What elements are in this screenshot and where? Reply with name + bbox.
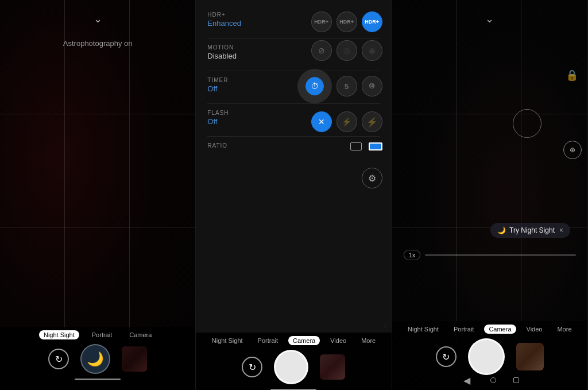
zoom-control: 1x bbox=[404, 250, 576, 260]
home-indicator bbox=[75, 379, 121, 380]
hdr-off-icon[interactable]: HDR+ bbox=[311, 11, 332, 32]
flash-on-icon[interactable]: ⚡ bbox=[362, 111, 382, 132]
mode2-portrait[interactable]: Portrait bbox=[253, 336, 283, 345]
tooltip-label: Try Night Sight bbox=[509, 226, 555, 234]
hdr-auto-icon[interactable]: HDR+ bbox=[336, 11, 357, 32]
hdr-icons-row: HDR+ HDR+ HDR+ bbox=[297, 11, 382, 32]
flip-icon-3: ↻ bbox=[442, 352, 450, 362]
icon-column: HDR+ HDR+ HDR+ ⊘ ◎ ◉ bbox=[297, 11, 382, 188]
timer-icons-row: ⏱ 5 ⑩ bbox=[297, 69, 382, 103]
shutter-row-2: ↻ bbox=[196, 347, 391, 387]
shutter-button-2[interactable] bbox=[274, 350, 308, 384]
tooltip-close-button[interactable]: × bbox=[559, 226, 563, 234]
flip-icon: ↻ bbox=[55, 354, 63, 365]
timer-off-icon[interactable]: ⏱ bbox=[305, 77, 324, 95]
moon-icon: 🌙 bbox=[87, 351, 104, 367]
motion-off-icon[interactable]: ⊘ bbox=[311, 40, 332, 61]
motion-auto-icon[interactable]: ◎ bbox=[336, 40, 357, 61]
lock-icon[interactable]: 🔒 bbox=[566, 69, 578, 82]
zoom-level-badge[interactable]: 1x bbox=[404, 250, 421, 260]
flash-auto-icon[interactable]: ⚡ bbox=[336, 111, 357, 132]
mode-row-3: Night Sight Portrait Camera Video More bbox=[392, 321, 587, 336]
panel-night-sight: ⌄ Astrophotography on Night Sight Portra… bbox=[0, 0, 196, 390]
mode2-night-sight[interactable]: Night Sight bbox=[207, 336, 247, 345]
mode2-video[interactable]: Video bbox=[326, 336, 351, 345]
flash-off-icon[interactable]: ✕ bbox=[311, 111, 332, 132]
home-button[interactable] bbox=[490, 377, 496, 383]
mode3-night-sight[interactable]: Night Sight bbox=[403, 325, 443, 334]
shutter-row-3: ↻ bbox=[392, 336, 587, 377]
nav-row: ◀ bbox=[392, 374, 587, 387]
mode-portrait[interactable]: Portrait bbox=[87, 330, 117, 339]
flip-camera-button-2[interactable]: ↻ bbox=[242, 357, 262, 377]
bottom-bar: Night Sight Portrait Camera ↻ 🌙 bbox=[0, 327, 195, 390]
ratio-wide-icon[interactable] bbox=[369, 142, 382, 153]
mode-night-sight[interactable]: Night Sight bbox=[39, 330, 79, 339]
thumbnail-image-2 bbox=[320, 354, 345, 380]
compass-icon[interactable]: ⊕ bbox=[563, 141, 582, 159]
mode-row: Night Sight Portrait Camera bbox=[0, 327, 195, 342]
mode3-video[interactable]: Video bbox=[522, 325, 547, 334]
try-night-sight-tooltip: 🌙 Try Night Sight × bbox=[490, 223, 570, 238]
timer-10-icon[interactable]: ⑩ bbox=[362, 76, 382, 96]
mode3-more[interactable]: More bbox=[552, 325, 576, 334]
motion-on-icon[interactable]: ◉ bbox=[362, 40, 382, 61]
ratio-icons-row bbox=[297, 142, 382, 153]
focus-circle bbox=[513, 109, 541, 138]
bottom-bar-3: Night Sight Portrait Camera Video More ↻… bbox=[392, 321, 587, 390]
chevron-down-icon-3[interactable]: ⌄ bbox=[392, 13, 587, 25]
flip-camera-button[interactable]: ↻ bbox=[48, 349, 69, 369]
flash-icons-row: ✕ ⚡ ⚡ bbox=[297, 111, 382, 132]
bottom-bar-2: Night Sight Portrait Camera Video More ↻ bbox=[196, 333, 391, 390]
flip-icon-2: ↻ bbox=[249, 362, 256, 373]
recents-button[interactable] bbox=[513, 377, 519, 383]
gallery-thumbnail-3[interactable] bbox=[516, 343, 544, 370]
back-button[interactable]: ◀ bbox=[461, 374, 473, 387]
motion-icons-row: ⊘ ◎ ◉ bbox=[297, 40, 382, 61]
tooltip-moon-icon: 🌙 bbox=[497, 226, 506, 234]
night-sight-button[interactable]: 🌙 bbox=[80, 344, 110, 374]
gear-icon: ⚙ bbox=[368, 173, 376, 184]
timer-large-circle: ⏱ bbox=[297, 69, 332, 103]
shutter-button-3[interactable] bbox=[468, 338, 505, 375]
mode2-camera[interactable]: Camera bbox=[288, 336, 320, 345]
gallery-thumbnail-2[interactable] bbox=[320, 354, 345, 380]
flip-camera-button-3[interactable]: ↻ bbox=[436, 346, 457, 367]
panel-settings: HDR+ Enhanced MOTION Disabled TIMER Off … bbox=[196, 0, 392, 390]
thumbnail-image-3 bbox=[516, 343, 544, 370]
gallery-thumbnail[interactable] bbox=[122, 346, 147, 372]
mode3-camera[interactable]: Camera bbox=[484, 325, 516, 334]
timer-5-icon[interactable]: 5 bbox=[336, 76, 357, 96]
mode-row-2: Night Sight Portrait Camera Video More bbox=[196, 333, 391, 347]
thumbnail-image bbox=[122, 346, 147, 372]
shutter-row: ↻ 🌙 bbox=[0, 342, 195, 376]
settings-overlay: HDR+ Enhanced MOTION Disabled TIMER Off … bbox=[196, 0, 391, 333]
chevron-down-icon[interactable]: ⌄ bbox=[0, 13, 195, 25]
settings-gear-button[interactable]: ⚙ bbox=[362, 168, 382, 188]
mode2-more[interactable]: More bbox=[357, 336, 380, 345]
compass-symbol: ⊕ bbox=[570, 146, 575, 154]
mode-camera[interactable]: Camera bbox=[125, 330, 156, 339]
hdr-on-icon[interactable]: HDR+ bbox=[362, 11, 382, 32]
mode3-portrait[interactable]: Portrait bbox=[449, 325, 478, 334]
panel-camera: ⌄ 🔒 ⊕ 🌙 Try Night Sight × 1x Night Sight… bbox=[392, 0, 588, 390]
ratio-standard-icon[interactable] bbox=[350, 142, 362, 153]
gear-row: ⚙ bbox=[297, 168, 382, 188]
zoom-slider[interactable] bbox=[425, 254, 576, 256]
astrophoto-label: Astrophotography on bbox=[0, 39, 195, 48]
